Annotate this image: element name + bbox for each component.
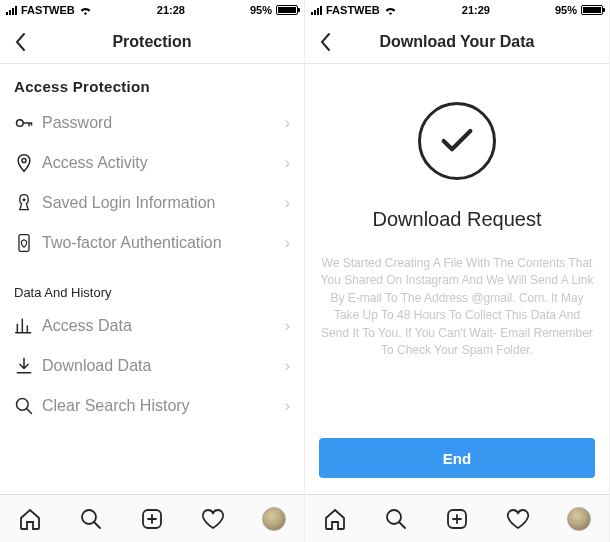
- checkmark-icon: [437, 121, 477, 161]
- chevron-right-icon: ›: [285, 357, 290, 375]
- item-label: Two-factor Authentication: [42, 234, 285, 252]
- signal-icon: [6, 6, 17, 15]
- button-wrapper: End: [305, 438, 609, 494]
- plus-square-icon: [140, 507, 164, 531]
- tab-activity[interactable]: [193, 499, 233, 539]
- tab-profile[interactable]: [254, 499, 294, 539]
- plus-square-icon: [445, 507, 469, 531]
- wifi-icon: [79, 5, 92, 15]
- svg-point-0: [17, 120, 24, 127]
- item-label: Access Data: [42, 317, 285, 335]
- chevron-left-icon: [319, 32, 331, 52]
- heart-icon: [506, 507, 530, 531]
- screen-download-your-data: FASTWEB 21:29 95% Download Your Data Dow…: [305, 0, 610, 542]
- nav-header: Protection: [0, 20, 304, 64]
- wifi-icon: [384, 5, 397, 15]
- svg-point-2: [23, 198, 26, 201]
- battery-percent: 95%: [250, 4, 272, 16]
- confirmation-text: We Started Creating A File With The Cont…: [319, 255, 595, 359]
- status-right: 95%: [250, 4, 298, 16]
- chevron-right-icon: ›: [285, 114, 290, 132]
- back-button[interactable]: [0, 20, 40, 64]
- item-download-data[interactable]: Download Data ›: [0, 346, 304, 386]
- time-label: 21:28: [157, 4, 185, 16]
- item-access-data[interactable]: Access Data ›: [0, 306, 304, 346]
- nav-header: Download Your Data: [305, 20, 609, 64]
- item-label: Saved Login Information: [42, 194, 285, 212]
- status-left: FASTWEB: [311, 4, 397, 16]
- item-label: Clear Search History: [42, 397, 285, 415]
- section-header-history: Data And History: [0, 263, 304, 306]
- status-left: FASTWEB: [6, 4, 92, 16]
- tab-home[interactable]: [10, 499, 50, 539]
- item-two-factor[interactable]: Two-factor Authentication ›: [0, 223, 304, 263]
- tab-profile[interactable]: [559, 499, 599, 539]
- battery-icon: [276, 5, 298, 15]
- search-icon: [384, 507, 408, 531]
- search-icon: [14, 396, 42, 416]
- svg-rect-3: [19, 235, 29, 252]
- location-pin-icon: [14, 153, 42, 173]
- time-label: 21:29: [462, 4, 490, 16]
- confirmation-body: Download Request We Started Creating A F…: [305, 64, 609, 438]
- item-label: Access Activity: [42, 154, 285, 172]
- screen-protection: FASTWEB 21:28 95% Protection Access Prot…: [0, 0, 305, 542]
- item-label: Download Data: [42, 357, 285, 375]
- avatar-icon: [567, 507, 591, 531]
- content: Access Protection Password › Access Acti…: [0, 64, 304, 494]
- page-title: Protection: [0, 33, 304, 51]
- chevron-right-icon: ›: [285, 317, 290, 335]
- tab-new-post[interactable]: [437, 499, 477, 539]
- status-bar: FASTWEB 21:29 95%: [305, 0, 609, 20]
- tab-search[interactable]: [376, 499, 416, 539]
- signal-icon: [311, 6, 322, 15]
- avatar-icon: [262, 507, 286, 531]
- home-icon: [323, 507, 347, 531]
- heart-icon: [201, 507, 225, 531]
- item-clear-search-history[interactable]: Clear Search History ›: [0, 386, 304, 426]
- status-right: 95%: [555, 4, 603, 16]
- tab-bar: [305, 494, 609, 542]
- chevron-right-icon: ›: [285, 397, 290, 415]
- item-saved-login[interactable]: Saved Login Information ›: [0, 183, 304, 223]
- back-button[interactable]: [305, 20, 345, 64]
- item-password[interactable]: Password ›: [0, 103, 304, 143]
- chevron-left-icon: [14, 32, 26, 52]
- carrier-label: FASTWEB: [21, 4, 75, 16]
- svg-point-1: [22, 158, 26, 162]
- chevron-right-icon: ›: [285, 194, 290, 212]
- tab-new-post[interactable]: [132, 499, 172, 539]
- keyhole-icon: [14, 193, 42, 213]
- shield-phone-icon: [14, 233, 42, 253]
- download-icon: [14, 356, 42, 376]
- checkmark-circle-icon: [418, 102, 496, 180]
- chevron-right-icon: ›: [285, 234, 290, 252]
- key-icon: [14, 113, 42, 133]
- end-button[interactable]: End: [319, 438, 595, 478]
- tab-home[interactable]: [315, 499, 355, 539]
- battery-percent: 95%: [555, 4, 577, 16]
- search-icon: [79, 507, 103, 531]
- confirmation-heading: Download Request: [373, 208, 542, 231]
- carrier-label: FASTWEB: [326, 4, 380, 16]
- chart-icon: [14, 316, 42, 336]
- page-title: Download Your Data: [305, 33, 609, 51]
- tab-search[interactable]: [71, 499, 111, 539]
- status-bar: FASTWEB 21:28 95%: [0, 0, 304, 20]
- item-label: Password: [42, 114, 285, 132]
- chevron-right-icon: ›: [285, 154, 290, 172]
- home-icon: [18, 507, 42, 531]
- battery-icon: [581, 5, 603, 15]
- tab-activity[interactable]: [498, 499, 538, 539]
- tab-bar: [0, 494, 304, 542]
- item-access-activity[interactable]: Access Activity ›: [0, 143, 304, 183]
- section-header-access: Access Protection: [0, 64, 304, 103]
